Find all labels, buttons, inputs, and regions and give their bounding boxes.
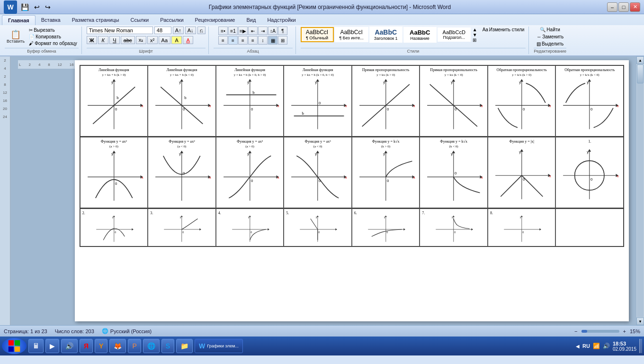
volume-tray-icon[interactable]: 🔊 <box>603 343 610 349</box>
sort-button[interactable]: ↕A <box>268 27 277 35</box>
svg-text:x: x <box>277 104 279 108</box>
style-no-spacing[interactable]: AaBbCcI ¶ Без инте... <box>335 27 368 42</box>
zoom-out-button[interactable]: − <box>574 328 577 334</box>
graph-svg-prop-neg: 0 x y <box>422 77 485 134</box>
lang-indicator[interactable]: RU <box>582 343 590 349</box>
svg-text:0: 0 <box>319 179 321 183</box>
decrease-indent-button[interactable]: ⇤ <box>248 27 258 35</box>
svg-text:0: 0 <box>115 108 117 112</box>
taskbar-yandex[interactable]: Я <box>80 339 93 353</box>
copy-button[interactable]: 📄 Копировать <box>27 34 79 40</box>
find-button[interactable]: 🔍 Найти <box>538 27 562 33</box>
line-spacing-button[interactable]: ↕ <box>258 36 268 45</box>
tab-review[interactable]: Рецензирование <box>189 15 241 25</box>
paste-button[interactable]: 📋 Вставить <box>5 29 27 45</box>
svg-text:y: y <box>112 216 114 218</box>
clear-format-button[interactable]: ⎌ <box>197 27 206 34</box>
borders-button[interactable]: ⊞ <box>278 36 287 45</box>
styles-scroll-up[interactable]: ▲ <box>473 27 477 32</box>
taskbar-media[interactable]: ▶ <box>45 339 59 353</box>
tab-page-layout[interactable]: Разметка страницы <box>66 15 125 25</box>
tab-mailings[interactable]: Рассылки <box>154 15 189 25</box>
taskbar-volume[interactable]: 🔊 <box>61 339 78 353</box>
strikethrough-button[interactable]: abc <box>121 36 135 44</box>
numbering-button[interactable]: ≡1 <box>228 27 238 35</box>
scrollbar-right[interactable]: ▲ ▼ <box>636 56 644 325</box>
graph-svg-hyp-neg: 0 x y <box>558 77 621 134</box>
bold-button[interactable]: Ж <box>87 36 97 44</box>
taskbar-files[interactable]: 📁 <box>176 339 193 353</box>
style-normal[interactable]: AaBbCcI ¶ Обычный <box>301 27 334 42</box>
increase-indent-button[interactable]: ⇥ <box>258 27 268 35</box>
app-logo: W <box>4 0 17 14</box>
taskbar-skype[interactable]: S <box>161 339 174 353</box>
font-shrink-button[interactable]: A↓ <box>185 27 196 34</box>
svg-text:x: x <box>345 104 347 108</box>
minimize-button[interactable]: – <box>607 2 617 12</box>
scroll-down-button[interactable]: ▼ <box>636 318 644 325</box>
style-heading1[interactable]: AaBbC Заголовок 1 <box>369 27 402 43</box>
bullets-button[interactable]: ≡• <box>218 27 228 35</box>
taskbar-ie[interactable]: 🌐 <box>143 339 160 353</box>
font-name-input[interactable] <box>87 27 153 34</box>
change-styles-button[interactable]: Aa Изменить стили <box>481 27 526 33</box>
tray-arrow[interactable]: ◀ <box>576 344 580 349</box>
align-right-button[interactable]: ≡ <box>238 36 248 45</box>
font-size-input[interactable] <box>154 27 171 34</box>
scroll-thumb[interactable] <box>637 64 644 83</box>
style-subtitle[interactable]: AaBbCcD Подзагол... <box>438 27 471 42</box>
replace-icon: ↔ <box>537 34 541 39</box>
subscript-button[interactable]: x₂ <box>136 36 146 44</box>
language-indicator[interactable]: 🌐 Русский (Россия) <box>102 328 152 334</box>
format-painter-button[interactable]: 🖌 Формат по образцу <box>27 40 79 46</box>
scroll-track[interactable] <box>637 64 644 317</box>
maximize-button[interactable]: □ <box>618 2 629 12</box>
font-color-button[interactable]: A <box>183 36 193 44</box>
document-scroll[interactable]: L 2481216 Линейная функция y = kx + b (k… <box>10 56 636 325</box>
ribbon: Главная Вставка Разметка страницы Ссылки… <box>0 14 644 56</box>
select-button[interactable]: ▧ Выделить <box>535 41 565 47</box>
quick-access-undo[interactable]: ↩ <box>32 3 42 11</box>
quick-access-save[interactable]: 💾 <box>19 3 31 11</box>
show-desktop-button[interactable] <box>639 339 642 353</box>
quick-access-redo[interactable]: ↪ <box>43 3 53 11</box>
close-button[interactable]: ✕ <box>630 2 640 12</box>
cut-button[interactable]: ✂ Вырезать <box>27 27 79 33</box>
svg-text:y: y <box>180 216 181 218</box>
shading-button[interactable]: ▦ <box>268 36 277 45</box>
taskbar-firefox[interactable]: 🦊 <box>109 339 126 353</box>
tab-insert[interactable]: Вставка <box>36 15 66 25</box>
start-button[interactable] <box>2 338 27 354</box>
font-grow-button[interactable]: A↑ <box>173 27 184 34</box>
underline-button[interactable]: Ч <box>109 36 120 44</box>
style-title[interactable]: AaBbC Название <box>403 27 437 43</box>
tab-addins[interactable]: Надстройки <box>261 15 301 25</box>
align-left-button[interactable]: ≡ <box>218 36 228 45</box>
justify-button[interactable]: ≡ <box>248 36 258 45</box>
styles-area: AaBbCcI ¶ Обычный AaBbCcI ¶ Без инте... … <box>301 27 478 43</box>
zoom-slider[interactable] <box>581 330 619 333</box>
tab-references[interactable]: Ссылки <box>125 15 154 25</box>
svg-text:x: x <box>413 104 415 108</box>
language-text: Русский (Россия) <box>110 328 152 334</box>
tab-view[interactable]: Вид <box>241 15 262 25</box>
taskbar-yandex-browser[interactable]: Y <box>95 339 107 353</box>
replace-button[interactable]: ↔ Заменить <box>535 34 565 40</box>
highlight-button[interactable]: A <box>171 36 182 44</box>
scroll-up-button[interactable]: ▲ <box>636 56 644 64</box>
taskbar-calculator[interactable]: 🖩 <box>28 339 44 353</box>
superscript-button[interactable]: x² <box>147 36 158 44</box>
show-marks-button[interactable]: ¶ <box>278 27 287 35</box>
text-case-button[interactable]: Aa <box>159 36 170 44</box>
tab-home[interactable]: Главная <box>2 15 36 25</box>
taskbar-powerpoint[interactable]: P <box>128 339 141 353</box>
zoom-in-button[interactable]: + <box>623 328 626 334</box>
align-center-button[interactable]: ≡ <box>228 36 238 45</box>
svg-text:y: y <box>247 152 249 156</box>
taskbar-word[interactable]: W Графики элем... <box>195 339 243 353</box>
italic-button[interactable]: К <box>98 36 108 44</box>
graph-cell-parabola-down: Функция y = ax² (a < 0) 0 x y <box>148 137 216 208</box>
styles-scroll-down[interactable]: ▼ <box>473 32 477 37</box>
multilevel-button[interactable]: ≡▶ <box>238 27 248 35</box>
styles-expand[interactable]: ⊞ <box>473 37 477 43</box>
